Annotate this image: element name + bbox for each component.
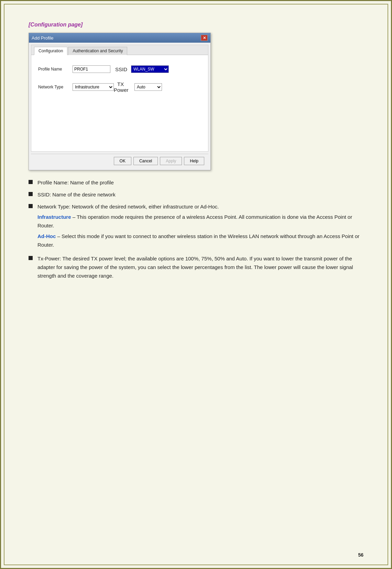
tx-power-select[interactable]: Auto <box>134 83 162 91</box>
profile-name-label: Profile Name <box>38 67 73 72</box>
adhoc-rest: – Select this mode if you want to connec… <box>37 233 359 248</box>
list-item-profile-name: Profile Name: Name of the profile <box>29 179 363 187</box>
list-item-text: Profile Name: Name of the profile <box>37 179 363 187</box>
ssid-label: SSID <box>115 66 127 72</box>
dialog-title: Add Profile <box>32 35 54 41</box>
tab-configuration[interactable]: Configuration <box>34 47 67 55</box>
network-type-sub: Infrastructure – This operation mode req… <box>37 213 363 249</box>
infrastructure-highlight: Infrastructure <box>37 214 71 220</box>
bullet-icon <box>29 180 33 184</box>
list-item-text: Network Type: Netowork of the desired ne… <box>37 203 363 251</box>
ssid-select[interactable]: WLAN_SW <box>131 65 169 73</box>
apply-button[interactable]: Apply <box>160 157 182 165</box>
form-row-network-tx: Network Type Infrastructure TX Power Aut… <box>38 81 201 93</box>
add-profile-dialog: Add Profile ✕ Configuration Authenticati… <box>29 33 211 170</box>
dialog-body: Configuration Authentication and Securit… <box>31 45 208 152</box>
adhoc-highlight: Ad-Hoc <box>37 233 56 239</box>
bullet-list: Profile Name: Name of the profile SSID: … <box>29 179 363 280</box>
bullet-icon <box>29 204 33 208</box>
page-content: [Configuration page] Add Profile ✕ Confi… <box>1 1 391 311</box>
dialog-buttons: OK Cancel Apply Help <box>31 154 208 168</box>
adhoc-para: Ad-Hoc – Select this mode if you want to… <box>37 232 363 249</box>
infrastructure-rest: – This operation mode requires the prese… <box>37 214 352 228</box>
dialog-form: Profile Name SSID WLAN_SW Network Type I… <box>31 55 208 151</box>
page-number: 56 <box>358 552 363 558</box>
list-item-tx-power: Tx-Power: The desired TX power level; th… <box>29 255 363 280</box>
cancel-button[interactable]: Cancel <box>133 157 158 165</box>
ok-button[interactable]: OK <box>114 157 131 165</box>
infrastructure-para: Infrastructure – This operation mode req… <box>37 213 363 230</box>
tx-power-label: TX Power <box>114 81 129 93</box>
bullet-icon <box>29 256 33 260</box>
list-item-text: Tx-Power: The desired TX power level; th… <box>37 255 363 280</box>
form-row-profile-ssid: Profile Name SSID WLAN_SW <box>38 65 201 73</box>
list-item-ssid: SSID: Name of the desire network <box>29 191 363 199</box>
network-type-select[interactable]: Infrastructure <box>73 83 114 91</box>
spacer1: SSID <box>110 66 131 72</box>
spacer2: TX Power <box>114 81 134 93</box>
tab-auth-security[interactable]: Authentication and Security <box>68 47 127 55</box>
dialog-titlebar: Add Profile ✕ <box>29 33 210 43</box>
bullet-icon <box>29 192 33 196</box>
network-type-label: Network Type <box>38 85 73 89</box>
dialog-tabs: Configuration Authentication and Securit… <box>31 45 208 55</box>
dialog-close-button[interactable]: ✕ <box>201 35 208 41</box>
list-item-text: SSID: Name of the desire network <box>37 191 363 199</box>
help-button[interactable]: Help <box>184 157 204 165</box>
profile-name-input[interactable] <box>73 65 110 73</box>
section-title: [Configuration page] <box>29 22 363 28</box>
list-item-network-type: Network Type: Netowork of the desired ne… <box>29 203 363 251</box>
